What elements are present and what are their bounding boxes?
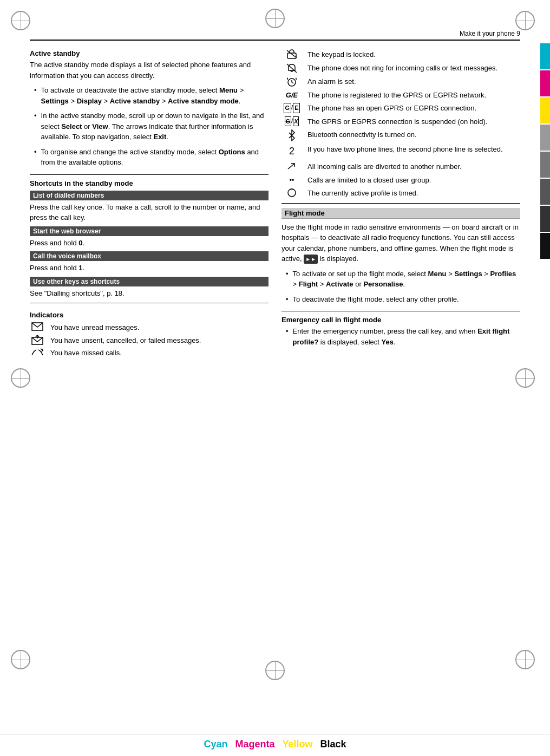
- gprs-suspended-text: The GPRS or EGPRS connection is suspende…: [307, 116, 487, 127]
- emergency-title: Emergency call in flight mode: [281, 316, 520, 324]
- status-keypad-locked: The keypad is locked.: [281, 49, 520, 60]
- yellow-tab: [540, 97, 550, 123]
- divert-text: All incoming calls are diverted to anoth…: [307, 161, 462, 172]
- status-no-ring: The phone does not ring for incoming cal…: [281, 63, 520, 74]
- flight-mode-intro: Use the flight mode in radio sensitive e…: [281, 222, 520, 264]
- shortcuts-divider: [30, 174, 269, 175]
- shortcut-mailbox-header: Call the voice mailbox: [30, 251, 269, 261]
- flight-mode-bullets: To activate or set up the flight mode, s…: [281, 269, 520, 305]
- emergency-divider: [281, 311, 520, 311]
- right-col-divider: [281, 203, 520, 204]
- indicators-title: Indicators: [30, 311, 269, 319]
- indicator-missed-text: You have missed calls.: [50, 348, 122, 359]
- left-column: Active standby The active standby mode d…: [30, 49, 269, 361]
- status-divert: All incoming calls are diverted to anoth…: [281, 161, 520, 172]
- flight-bullet-deactivate: To deactivate the flight mode, select an…: [281, 294, 520, 305]
- status-gprs-open: G/E The phone has an open GPRS or EGPRS …: [281, 103, 520, 114]
- gray1-tab: [540, 125, 550, 151]
- indicator-missed: You have missed calls.: [30, 348, 269, 359]
- svg-point-9: [288, 189, 296, 197]
- flight-bullet-activate: To activate or set up the flight mode, s…: [281, 269, 520, 290]
- gray3-tab: [540, 179, 550, 205]
- no-ring-text: The phone does not ring for incoming cal…: [307, 63, 497, 74]
- registration-mark-bl: [11, 650, 30, 669]
- g-e-icon: G/E: [281, 90, 302, 101]
- active-standby-bullets: To activate or deactivate the active sta…: [30, 85, 269, 168]
- indicator-unsent-text: You have unsent, cancelled, or failed me…: [50, 335, 201, 346]
- emergency-bullets: Enter the emergency number, press the ca…: [281, 326, 520, 347]
- bullet-navigate: In the active standby mode, scroll up or…: [30, 110, 269, 142]
- gray2-tab: [540, 152, 550, 178]
- active-standby-title: Active standby: [30, 49, 269, 57]
- closed-group-text: Calls are limited to a closed user group…: [307, 175, 431, 186]
- line-2-icon: 2: [281, 144, 302, 159]
- gprs-open-text: The phone has an open GPRS or EGPRS conn…: [307, 103, 476, 114]
- bottom-color-bar: Cyan Magenta Yellow Black: [0, 734, 550, 756]
- bluetooth-text: Bluetooth connectivity is turned on.: [307, 129, 417, 141]
- registration-mark-tr: [515, 11, 535, 30]
- indicator-unread-text: You have unread messages.: [50, 322, 139, 333]
- upload-icon: [30, 335, 45, 345]
- status-line2: 2 If you have two phone lines, the secon…: [281, 144, 520, 159]
- color-tabs-right: [540, 43, 550, 259]
- g-e-suspended-icon: G/X: [281, 116, 302, 127]
- flight-active-icon: ►►: [304, 255, 318, 264]
- active-standby-intro: The active standby mode displays a list …: [30, 60, 269, 81]
- registration-mark-mr: [515, 368, 535, 388]
- registration-mark-ml: [11, 368, 30, 388]
- shortcut-web-body: Press and hold 0.: [30, 238, 269, 249]
- status-bluetooth: Bluetooth connectivity is turned on.: [281, 129, 520, 141]
- magenta-tab: [540, 70, 550, 96]
- shortcut-dialled-header: List of dialled numbers: [30, 191, 269, 200]
- right-column: The keypad is locked. The phone does not…: [281, 49, 520, 361]
- page-header: Make it your phone 9: [30, 30, 520, 41]
- shortcut-other-header: Use other keys as shortcuts: [30, 277, 269, 286]
- envelope-icon: [30, 322, 45, 331]
- gray5-tab: [540, 233, 550, 259]
- main-content: Make it your phone 9 Active standby The …: [30, 30, 520, 361]
- bullet-organise: To organise and change the active standb…: [30, 147, 269, 168]
- status-timed-profile: The currently active profile is timed.: [281, 188, 520, 199]
- alarm-icon: [281, 76, 302, 87]
- two-col-layout: Active standby The active standby mode d…: [30, 49, 520, 361]
- timed-profile-icon: [281, 188, 302, 199]
- registration-mark-tl: [11, 11, 30, 30]
- magenta-label: Magenta: [232, 739, 278, 750]
- keypad-lock-icon: [281, 49, 302, 60]
- flight-mode-header: Flight mode: [281, 208, 520, 219]
- indicator-unread: You have unread messages.: [30, 322, 269, 333]
- status-gprs-suspended: G/X The GPRS or EGPRS connection is susp…: [281, 116, 520, 127]
- keypad-locked-text: The keypad is locked.: [307, 49, 376, 60]
- emergency-bullet: Enter the emergency number, press the ca…: [281, 326, 520, 347]
- shortcut-dialled-body: Press the call key once. To make a call,…: [30, 202, 269, 223]
- g-e-box-icon: G/E: [281, 103, 302, 114]
- svg-line-8: [288, 164, 294, 169]
- missed-call-icon: [30, 348, 45, 357]
- black-label: Black: [317, 739, 350, 750]
- shortcut-other-body: See "Dialling shortcuts", p. 18.: [30, 288, 269, 299]
- timed-profile-text: The currently active profile is timed.: [307, 188, 418, 199]
- shortcuts-title: Shortcuts in the standby mode: [30, 179, 269, 187]
- cyan-label: Cyan: [200, 739, 231, 750]
- alarm-text: An alarm is set.: [307, 76, 356, 87]
- svg-line-3: [287, 50, 297, 58]
- shortcut-web-header: Start the web browser: [30, 226, 269, 236]
- registration-mark-bc: [265, 661, 285, 680]
- bluetooth-icon: [281, 129, 302, 141]
- status-alarm: An alarm is set.: [281, 76, 520, 87]
- registration-mark-br: [515, 650, 535, 669]
- registration-mark-tc: [265, 9, 285, 28]
- divert-icon: [281, 161, 302, 172]
- gprs-reg-text: The phone is registered to the GPRS or E…: [307, 90, 486, 101]
- gray4-tab: [540, 206, 550, 232]
- shortcut-mailbox-body: Press and hold 1.: [30, 263, 269, 273]
- status-gprs-reg: G/E The phone is registered to the GPRS …: [281, 90, 520, 101]
- cyan-tab: [540, 43, 550, 69]
- bullet-activate: To activate or deactivate the active sta…: [30, 85, 269, 106]
- yellow-label: Yellow: [279, 739, 316, 750]
- closed-group-icon: ••: [281, 175, 302, 186]
- status-closed-group: •• Calls are limited to a closed user gr…: [281, 175, 520, 186]
- no-ring-icon: [281, 63, 302, 74]
- line2-text: If you have two phone lines, the second …: [307, 144, 503, 159]
- indicators-divider: [30, 303, 269, 303]
